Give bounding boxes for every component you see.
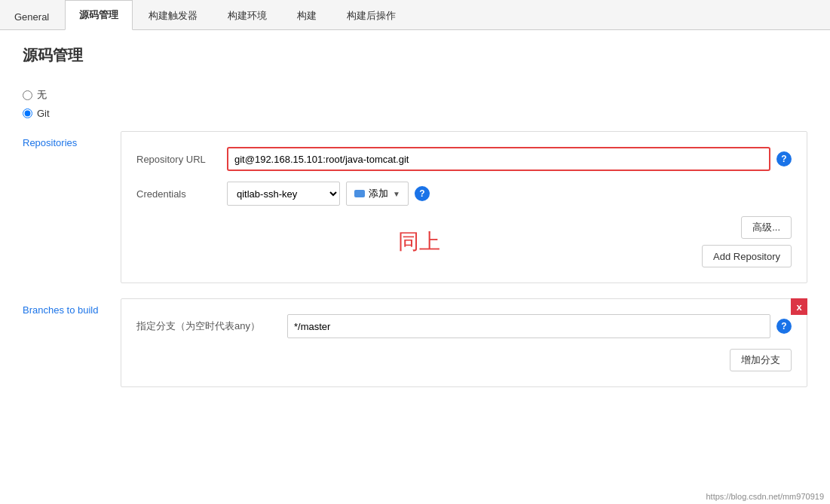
main-content: 源码管理 无 Git Repositories Repository URL ?…: [0, 30, 830, 504]
footer-url: https://blog.csdn.net/mm970919: [706, 492, 824, 501]
branches-content: x 指定分支（为空时代表any） ? 增加分支: [121, 298, 807, 387]
tab-build[interactable]: 构建: [283, 1, 331, 30]
add-credentials-label: 添加: [369, 187, 388, 200]
radio-git-option[interactable]: Git: [23, 108, 807, 119]
add-branch-button[interactable]: 增加分支: [730, 349, 792, 371]
credentials-label: Credentials: [136, 188, 227, 200]
tab-general[interactable]: General: [0, 3, 63, 30]
radio-none-option[interactable]: 无: [23, 88, 807, 102]
branch-spec-input[interactable]: [287, 314, 770, 338]
radio-git-label: Git: [37, 108, 50, 119]
radio-none[interactable]: [23, 90, 32, 100]
credentials-select[interactable]: qitlab-ssh-key: [227, 182, 340, 206]
tab-bar: General 源码管理 构建触发器 构建环境 构建 构建后操作: [0, 0, 830, 30]
repositories-section: Repositories Repository URL ? Credential…: [23, 131, 807, 283]
add-repository-button[interactable]: Add Repository: [702, 245, 792, 267]
repositories-label: Repositories: [23, 131, 121, 283]
remove-branch-button[interactable]: x: [791, 298, 807, 315]
radio-git[interactable]: [23, 108, 32, 118]
credentials-help-icon[interactable]: ?: [415, 186, 430, 201]
dropdown-arrow-icon: ▼: [393, 190, 400, 198]
radio-group: 无 Git: [23, 88, 807, 119]
tab-build-trigger[interactable]: 构建触发器: [134, 1, 212, 30]
repositories-content: Repository URL ? Credentials qitlab-ssh-…: [121, 131, 807, 283]
tab-build-env[interactable]: 构建环境: [213, 1, 281, 30]
tab-post-build[interactable]: 构建后操作: [332, 1, 410, 30]
branch-spec-help-icon[interactable]: ?: [776, 319, 792, 334]
branch-spec-row: 指定分支（为空时代表any） ?: [136, 314, 792, 338]
repository-url-input[interactable]: [227, 147, 770, 171]
tab-source-mgmt[interactable]: 源码管理: [65, 0, 133, 30]
page-title: 源码管理: [23, 45, 807, 73]
branches-section: Branches to build x 指定分支（为空时代表any） ? 增加分…: [23, 298, 807, 387]
advanced-button[interactable]: 高级...: [741, 216, 792, 239]
credentials-row: Credentials qitlab-ssh-key 添加 ▼ ?: [136, 182, 792, 206]
tongshang-text: 同上: [398, 228, 440, 256]
branches-label: Branches to build: [23, 298, 121, 387]
branch-spec-label: 指定分支（为空时代表any）: [136, 319, 287, 333]
key-icon: [354, 190, 365, 197]
radio-none-label: 无: [37, 88, 47, 102]
repository-url-label: Repository URL: [136, 154, 227, 165]
repository-url-row: Repository URL ?: [136, 147, 792, 171]
repository-url-help-icon[interactable]: ?: [776, 151, 792, 166]
add-credentials-button[interactable]: 添加 ▼: [346, 182, 409, 206]
